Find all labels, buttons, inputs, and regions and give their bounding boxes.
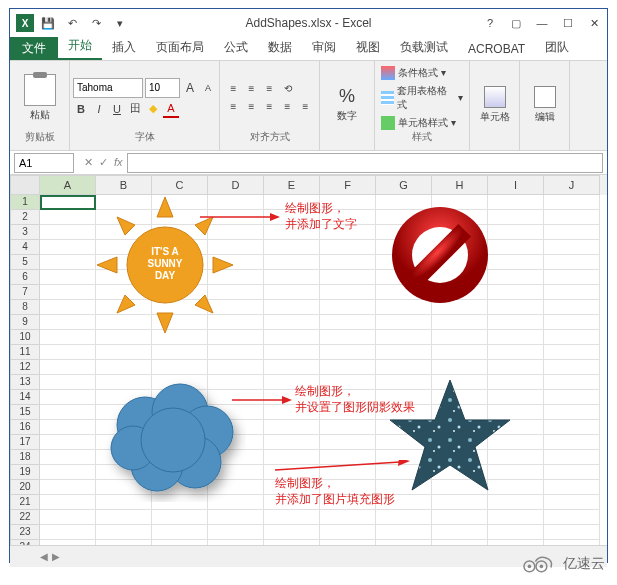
row-header[interactable]: 4	[10, 240, 40, 255]
cell[interactable]	[376, 360, 432, 375]
cell[interactable]	[488, 195, 544, 210]
cell[interactable]	[544, 450, 600, 465]
cell[interactable]	[40, 285, 96, 300]
cell[interactable]	[40, 405, 96, 420]
cell[interactable]	[488, 315, 544, 330]
cell[interactable]	[264, 240, 320, 255]
cell[interactable]	[264, 255, 320, 270]
cell[interactable]	[320, 510, 376, 525]
cell[interactable]	[208, 510, 264, 525]
editing-button[interactable]: 编辑	[534, 86, 556, 124]
sheet-nav-prev[interactable]: ◀	[40, 551, 48, 562]
row-header[interactable]: 24	[10, 540, 40, 545]
cell[interactable]	[40, 360, 96, 375]
worksheet[interactable]: A B C D E F G H I J 12345678910111213141…	[10, 175, 607, 545]
cell[interactable]	[264, 285, 320, 300]
underline-button[interactable]: U	[109, 100, 125, 118]
cell[interactable]	[264, 330, 320, 345]
tab-home[interactable]: 开始	[58, 33, 102, 60]
cell[interactable]	[488, 210, 544, 225]
align-center-icon[interactable]: ≡	[244, 99, 260, 115]
cell[interactable]	[208, 540, 264, 545]
row-header[interactable]: 12	[10, 360, 40, 375]
cell[interactable]	[544, 465, 600, 480]
cell[interactable]	[488, 360, 544, 375]
row-header[interactable]: 3	[10, 225, 40, 240]
conditional-format-button[interactable]: 条件格式▾	[381, 66, 446, 80]
cell[interactable]	[544, 525, 600, 540]
cell[interactable]	[208, 345, 264, 360]
number-format-button[interactable]: % 数字	[337, 86, 357, 123]
row-header[interactable]: 19	[10, 465, 40, 480]
ribbon-options-icon[interactable]: ▢	[507, 17, 525, 30]
row-header[interactable]: 2	[10, 210, 40, 225]
cell[interactable]	[544, 270, 600, 285]
fx-icon[interactable]: fx	[114, 156, 123, 169]
bold-button[interactable]: B	[73, 100, 89, 118]
align-top-icon[interactable]: ≡	[226, 81, 242, 97]
cell[interactable]	[40, 375, 96, 390]
col-header-d[interactable]: D	[208, 175, 264, 195]
border-button[interactable]: 田	[127, 100, 143, 118]
select-all-corner[interactable]	[10, 175, 40, 195]
sheet-nav-next[interactable]: ▶	[52, 551, 60, 562]
cell[interactable]	[376, 525, 432, 540]
cell[interactable]	[264, 360, 320, 375]
cell[interactable]	[264, 345, 320, 360]
cell[interactable]	[152, 525, 208, 540]
cell[interactable]	[40, 255, 96, 270]
tab-acrobat[interactable]: ACROBAT	[458, 38, 535, 60]
col-header-b[interactable]: B	[96, 175, 152, 195]
indent-decrease-icon[interactable]: ≡	[280, 99, 296, 115]
cell[interactable]	[488, 240, 544, 255]
row-header[interactable]: 15	[10, 405, 40, 420]
cell[interactable]	[40, 390, 96, 405]
col-header-e[interactable]: E	[264, 175, 320, 195]
cell[interactable]	[544, 240, 600, 255]
file-tab[interactable]: 文件	[10, 36, 58, 60]
cell[interactable]	[544, 495, 600, 510]
save-icon[interactable]: 💾	[38, 13, 58, 33]
cell[interactable]	[544, 375, 600, 390]
font-size-select[interactable]	[145, 78, 180, 98]
cell[interactable]	[264, 420, 320, 435]
no-entry-shape[interactable]	[385, 200, 495, 310]
cell[interactable]	[488, 285, 544, 300]
align-bottom-icon[interactable]: ≡	[262, 81, 278, 97]
cell[interactable]	[376, 510, 432, 525]
cell[interactable]	[432, 510, 488, 525]
row-header[interactable]: 23	[10, 525, 40, 540]
row-header[interactable]: 1	[10, 195, 40, 210]
cell[interactable]	[320, 300, 376, 315]
format-table-button[interactable]: 套用表格格式▾	[381, 84, 463, 112]
cell[interactable]	[40, 450, 96, 465]
row-header[interactable]: 13	[10, 375, 40, 390]
help-icon[interactable]: ?	[481, 17, 499, 30]
align-left-icon[interactable]: ≡	[226, 99, 242, 115]
cell[interactable]	[40, 225, 96, 240]
cell[interactable]	[320, 255, 376, 270]
cell[interactable]	[488, 525, 544, 540]
col-header-j[interactable]: J	[544, 175, 600, 195]
cell[interactable]	[320, 285, 376, 300]
cell[interactable]	[544, 330, 600, 345]
cell[interactable]	[264, 435, 320, 450]
cell[interactable]	[432, 540, 488, 545]
cell[interactable]	[544, 210, 600, 225]
cell[interactable]	[544, 510, 600, 525]
fill-color-button[interactable]: ◆	[145, 100, 161, 118]
cell[interactable]	[544, 300, 600, 315]
cell[interactable]	[96, 525, 152, 540]
qat-customize-icon[interactable]: ▾	[110, 13, 130, 33]
cloud-shape[interactable]	[95, 370, 255, 510]
cell[interactable]	[40, 495, 96, 510]
cell[interactable]	[488, 330, 544, 345]
cell[interactable]	[488, 540, 544, 545]
minimize-button[interactable]: —	[533, 17, 551, 30]
cell[interactable]	[40, 210, 96, 225]
cell[interactable]	[96, 345, 152, 360]
cell[interactable]	[152, 510, 208, 525]
cell[interactable]	[488, 255, 544, 270]
maximize-button[interactable]: ☐	[559, 17, 577, 30]
orientation-icon[interactable]: ⟲	[280, 81, 296, 97]
